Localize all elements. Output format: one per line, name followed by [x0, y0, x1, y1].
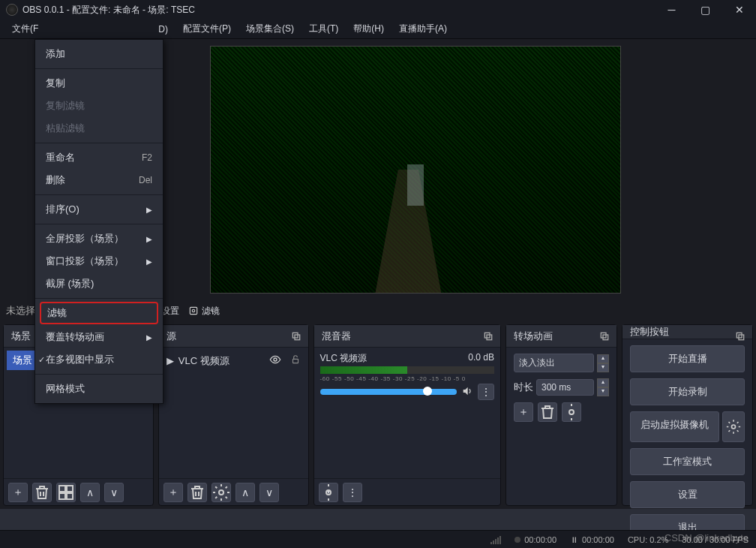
mixer-settings-button[interactable]: ▾ [319, 483, 338, 502]
source-properties-button[interactable] [212, 483, 231, 502]
settings-label: 设置 [161, 305, 179, 318]
delete-scene-button[interactable] [32, 483, 52, 502]
separator [35, 68, 163, 69]
cm-multiview-show[interactable]: ✓在多视图中显示 [35, 348, 163, 371]
add-transition-button[interactable]: ＋ [514, 402, 533, 422]
popout-icon[interactable] [290, 330, 302, 342]
cm-override-transition[interactable]: 覆盖转场动画▶ [35, 326, 163, 348]
scene-down-button[interactable]: ∨ [104, 483, 124, 502]
cm-window-proj[interactable]: 窗口投影（场景）▶ [35, 250, 163, 272]
svg-rect-8 [67, 493, 73, 499]
start-record-button[interactable]: 开始录制 [630, 378, 745, 405]
popout-icon[interactable] [598, 330, 610, 342]
controls-title: 控制按钮 [630, 325, 669, 339]
cm-grid-mode[interactable]: 网格模式 [35, 378, 163, 400]
menu-help[interactable]: 帮助(H) [346, 20, 392, 38]
window-title: OBS 0.0.1 - 配置文件: 未命名 - 场景: TSEC [22, 4, 195, 17]
window-controls: ─ ▢ ✕ [655, 0, 756, 20]
menu-file[interactable]: 文件(F [4, 20, 46, 38]
meter-ticks: -60 -55 -50 -45 -40 -35 -30 -25 -20 -15 … [320, 375, 494, 382]
mixer-menu-button[interactable]: ⋮ [478, 384, 494, 400]
source-up-button[interactable]: ∧ [236, 483, 255, 502]
scene-context-menu: 添加 复制 复制滤镜 粘贴滤镜 重命名F2 删除Del 排序(O)▶ 全屏投影（… [34, 39, 164, 404]
check-icon: ✓ [38, 355, 45, 365]
source-filters-button[interactable]: 滤镜 [188, 305, 220, 318]
no-selection-label: 未选择 [6, 304, 35, 318]
visibility-icon[interactable] [269, 354, 281, 368]
separator [35, 224, 163, 224]
separator [35, 374, 163, 375]
close-button[interactable]: ✕ [722, 0, 756, 20]
popout-icon[interactable] [734, 330, 746, 342]
duration-spin: ▴ ▾ [597, 378, 609, 396]
volume-meter [320, 366, 494, 374]
menu-live-assist[interactable]: 直播助手(A) [392, 20, 454, 38]
start-stream-button[interactable]: 开始直播 [630, 345, 745, 372]
add-scene-button[interactable]: ＋ [8, 483, 28, 502]
duration-label: 时长 [514, 381, 533, 394]
scene-filters-button[interactable] [56, 483, 76, 502]
transition-select[interactable]: 淡入淡出 [514, 354, 594, 372]
svg-rect-10 [295, 335, 300, 340]
spin-up-icon[interactable]: ▴ [597, 354, 609, 363]
maximize-button[interactable]: ▢ [688, 0, 722, 20]
controls-header: 控制按钮 [622, 325, 752, 339]
source-down-button[interactable]: ∨ [260, 483, 279, 502]
preview-canvas[interactable] [210, 46, 621, 294]
source-item[interactable]: ▶ VLC 视频源 [162, 351, 305, 371]
menu-profiles[interactable]: 配置文件(P) [176, 20, 238, 38]
lock-icon[interactable] [290, 354, 301, 367]
separator [35, 298, 163, 299]
cm-add[interactable]: 添加 [35, 43, 163, 65]
duration-input[interactable]: 300 ms [536, 379, 594, 396]
transition-properties-button[interactable] [562, 402, 581, 422]
filters-icon [188, 306, 199, 316]
add-source-button[interactable]: ＋ [164, 483, 183, 502]
delete-transition-button[interactable] [538, 402, 557, 422]
cm-delete[interactable]: 删除Del [35, 169, 163, 191]
cm-fullscreen-proj[interactable]: 全屏投影（场景）▶ [35, 227, 163, 250]
start-vcam-button[interactable]: 启动虚拟摄像机 [630, 411, 719, 442]
minimize-button[interactable]: ─ [655, 0, 688, 20]
svg-point-11 [274, 358, 277, 361]
svg-rect-12 [292, 359, 298, 363]
menu-tools[interactable]: 工具(T) [302, 20, 346, 38]
scene-up-button[interactable]: ∧ [80, 483, 100, 502]
settings-button[interactable]: 设置 [630, 481, 745, 508]
popout-icon[interactable] [482, 330, 494, 342]
sources-title: 源 [166, 330, 176, 343]
cm-filters[interactable]: 滤镜 [40, 302, 158, 324]
cm-screenshot[interactable]: 截屏 (场景) [35, 272, 163, 295]
mixer-body: VLC 视频源 0.0 dB -60 -55 -50 -45 -40 -35 -… [314, 348, 500, 478]
scenes-title: 场景 [11, 330, 31, 343]
spin-down-icon[interactable]: ▾ [597, 387, 609, 396]
vcam-settings-button[interactable] [722, 411, 745, 442]
cm-rename[interactable]: 重命名F2 [35, 146, 163, 169]
stream-time: 00:00:00 [514, 535, 556, 544]
menu-scene-collections[interactable]: 场景集合(S) [238, 20, 302, 38]
slider-thumb[interactable] [423, 387, 432, 396]
spin-up-icon[interactable]: ▴ [597, 378, 609, 387]
cm-order[interactable]: 排序(O)▶ [35, 198, 163, 221]
network-bars-icon [490, 535, 501, 544]
separator [35, 194, 163, 195]
cm-copy[interactable]: 复制 [35, 72, 163, 95]
speaker-icon[interactable] [461, 385, 473, 399]
cpu-usage: CPU: 0.2% [628, 535, 668, 544]
mixer-advanced-button[interactable]: ⋮ [343, 483, 362, 502]
sources-list[interactable]: ▶ VLC 视频源 [159, 348, 308, 478]
menu-bar: 文件(F D) 配置文件(P) 场景集合(S) 工具(T) 帮助(H) 直播助手… [0, 20, 756, 39]
svg-rect-5 [59, 486, 65, 492]
transitions-body: 淡入淡出 ▴ ▾ 时长 300 ms ▴ ▾ ＋ [506, 348, 616, 505]
mixer-channel: VLC 视频源 0.0 dB -60 -55 -50 -45 -40 -35 -… [317, 351, 497, 402]
studio-mode-button[interactable]: 工作室模式 [630, 448, 745, 475]
scenes-footer: ＋ ∧ ∨ [4, 478, 153, 505]
menu-d[interactable]: D) [151, 22, 176, 37]
mixer-header: 混音器 [314, 325, 500, 348]
spin-down-icon[interactable]: ▾ [597, 363, 609, 372]
controls-dock: 控制按钮 开始直播 开始录制 启动虚拟摄像机 工作室模式 设置 退出 [622, 324, 753, 506]
mixer-channel-name: VLC 视频源 [320, 352, 368, 365]
delete-source-button[interactable] [188, 483, 207, 502]
volume-slider[interactable] [320, 389, 457, 395]
controls-body: 开始直播 开始录制 启动虚拟摄像机 工作室模式 设置 退出 [622, 339, 752, 547]
